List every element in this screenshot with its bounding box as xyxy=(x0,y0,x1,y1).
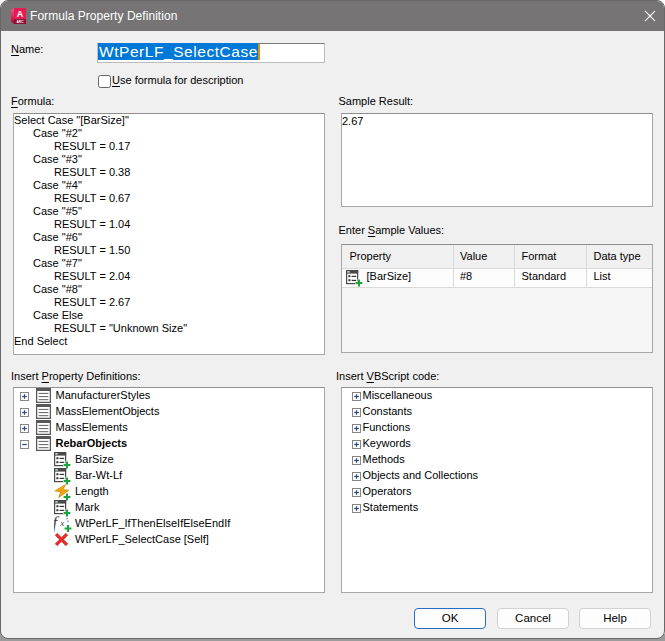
svg-text:x: x xyxy=(59,518,64,528)
svg-text:ARC: ARC xyxy=(17,20,25,24)
svg-text:A: A xyxy=(17,9,24,19)
svg-text:f: f xyxy=(54,516,60,532)
